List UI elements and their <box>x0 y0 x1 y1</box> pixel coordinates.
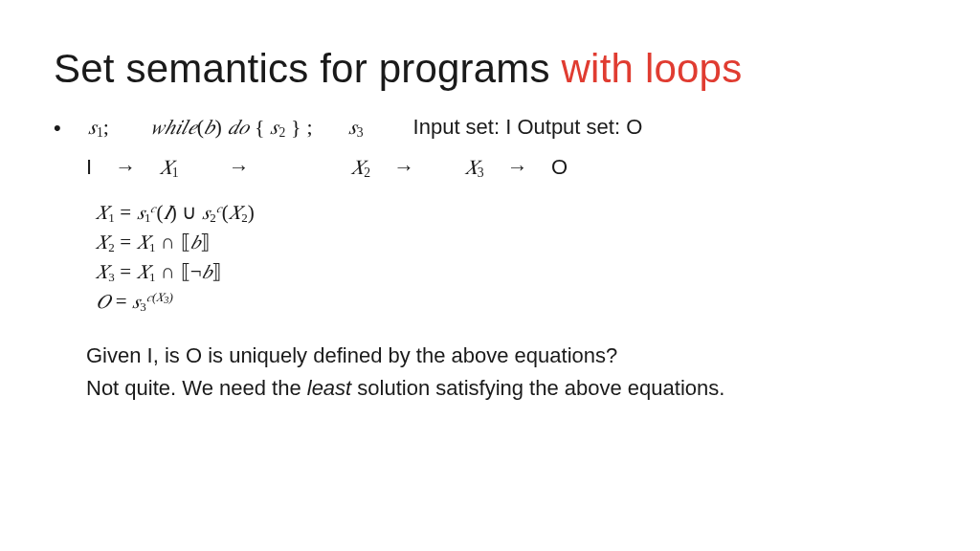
program-line: • 𝑠1; 𝑤ℎ𝑖𝑙𝑒(𝑏) 𝑑𝑜 { 𝑠2 } ; 𝑠3 Input set:… <box>54 115 926 141</box>
eq-3: 𝑋3 = 𝑋1 ∩ ⟦¬𝑏⟧ <box>96 257 926 287</box>
slide-title: Set semantics for programs with loops <box>54 46 926 92</box>
answer-line: Not quite. We need the least solution sa… <box>86 375 926 403</box>
question-line: Given I, is O is uniquely defined by the… <box>86 342 926 370</box>
eq-1: 𝑋1 = 𝑠1𝑐(𝐼) ∪ 𝑠2𝑐(𝑋2) <box>96 198 926 228</box>
equations: 𝑋1 = 𝑠1𝑐(𝐼) ∪ 𝑠2𝑐(𝑋2) 𝑋2 = 𝑋1 ∩ ⟦𝑏⟧ 𝑋3 =… <box>96 198 926 317</box>
title-main: Set semantics for programs <box>54 46 562 91</box>
bullet-icon: • <box>54 118 61 139</box>
io-label: Input set: I Output set: O <box>413 115 643 140</box>
title-emphasis: with loops <box>562 46 743 91</box>
eq-2: 𝑋2 = 𝑋1 ∩ ⟦𝑏⟧ <box>96 228 926 257</box>
slide: Set semantics for programs with loops • … <box>0 0 980 551</box>
program-text: 𝑠1; 𝑤ℎ𝑖𝑙𝑒(𝑏) 𝑑𝑜 { 𝑠2 } ; 𝑠3 <box>88 115 364 141</box>
flow-diagram: I → 𝑋1 → 𝑋2 → 𝑋3 → O <box>86 155 926 181</box>
eq-4: 𝑂 = 𝑠3𝑐(𝑋3) <box>96 287 926 317</box>
